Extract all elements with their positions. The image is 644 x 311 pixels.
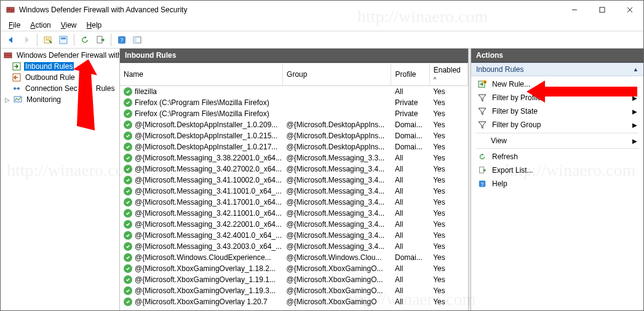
table-row[interactable]: @{Microsoft.XboxGamingOverlay 1.20.7@{Mi… [120,296,468,307]
cell-enabled: Yes [429,296,467,307]
export-button[interactable] [93,33,107,47]
action-help[interactable]: ? Help [474,177,641,191]
cell-profile: All [391,208,429,219]
table-row[interactable]: @{Microsoft.Messaging_3.41.1001.0_x64_..… [120,186,468,197]
tree-connsec-label: Connection Sec [24,84,79,93]
col-name[interactable]: Name [120,63,283,86]
tree-inbound-rules[interactable]: Inbound Rules [1,61,119,72]
menu-help[interactable]: Help [82,20,106,30]
forward-button[interactable] [20,33,33,47]
back-button[interactable] [4,33,18,47]
cell-name: @{Microsoft.Messaging_3.41.17001.0_x64..… [120,197,283,208]
action-export[interactable]: Export List... [474,163,641,177]
actions-section-label: Inbound Rules [476,65,523,74]
connection-security-icon [12,84,22,93]
svg-rect-12 [61,37,66,39]
properties-button[interactable] [41,33,55,47]
actions-section-header[interactable]: Inbound Rules ▲ [471,63,643,76]
filter-button[interactable] [57,33,70,47]
cell-name: @{Microsoft.DesktopAppInstaller_1.0.217.… [120,141,283,152]
cell-name: @{Microsoft.Windows.CloudExperience... [120,252,283,263]
table-row[interactable]: @{Microsoft.XboxGamingOverlay_1.19.1...@… [120,274,468,285]
table-row[interactable]: Firefox (C:\Program Files\Mozilla Firefo… [120,97,468,108]
allow-icon [124,220,132,229]
submenu-arrow-icon: ▶ [632,122,637,128]
cell-name: @{Microsoft.DesktopAppInstaller_1.0.215.… [120,130,283,141]
tree-pane: Windows Defender Firewall with Inbound R… [1,49,120,310]
table-row[interactable]: @{Microsoft.Messaging_3.38.22001.0_x64..… [120,152,468,163]
table-row[interactable]: @{Microsoft.DesktopAppInstaller_1.0.215.… [120,130,468,141]
table-row[interactable]: @{Microsoft.Messaging_3.43.2003.0_x64_..… [120,241,468,252]
action-filter-profile[interactable]: Filter by Profile ▶ [474,91,641,104]
show-hide-pane-button[interactable] [130,33,144,47]
allow-icon [124,120,132,129]
action-filter-group[interactable]: Filter by Group ▶ [474,118,641,132]
allow-icon [124,297,132,306]
help-button[interactable]: ? [115,33,129,47]
cell-profile: All [391,186,429,197]
cell-group [283,108,391,119]
new-rule-icon: ✱ [477,79,487,89]
menu-view[interactable]: View [57,20,81,30]
expand-icon[interactable]: ▷ [4,96,10,103]
cell-name-text: Firefox (C:\Program Files\Mozilla Firefo… [135,109,269,118]
table-row[interactable]: @{Microsoft.DesktopAppInstaller_1.0.217.… [120,141,468,152]
col-profile[interactable]: Profile [391,63,429,86]
cell-name-text: @{Microsoft.XboxGamingOverlay_1.19.3... [135,286,276,295]
allow-icon [124,98,132,107]
cell-name: @{Microsoft.Messaging_3.42.4001.0_x64_..… [120,230,283,241]
cell-profile: All [391,296,429,307]
cell-name: @{Microsoft.Messaging_3.42.11001.0_x64..… [120,208,283,219]
firewall-app-icon [6,5,15,15]
close-button[interactable] [616,1,643,19]
window-controls [560,1,643,19]
action-filter-state[interactable]: Filter by State ▶ [474,104,641,118]
action-new-rule[interactable]: ✱ New Rule... [474,77,641,91]
cell-enabled: Yes [429,274,467,285]
svg-rect-11 [60,36,67,44]
inbound-rules-icon [12,61,22,71]
table-row[interactable]: @{Microsoft.XboxGamingOverlay_1.18.2...@… [120,263,468,274]
tree-connection-security[interactable]: Connection Sec Rules [1,83,119,94]
action-view[interactable]: View ▶ [474,135,641,147]
refresh-button[interactable] [78,33,92,47]
rules-table-wrap[interactable]: Name Group Profile Enabled ^ filezillaAl… [120,63,468,310]
table-row[interactable]: @{Microsoft.Messaging_3.42.11001.0_x64..… [120,208,468,219]
cell-profile: All [391,152,429,163]
table-row[interactable]: @{Microsoft.Messaging_3.40.27002.0_x64..… [120,163,468,175]
col-group[interactable]: Group [283,63,391,86]
tree-outbound-rules[interactable]: Outbound Rule [1,72,119,83]
cell-enabled: Yes [429,208,467,219]
minimize-button[interactable] [560,1,588,19]
tree-root-label: Windows Defender Firewall with [15,51,120,60]
table-row[interactable]: @{Microsoft.Windows.CloudExperience...@{… [120,252,468,263]
rules-table: Name Group Profile Enabled ^ filezillaAl… [120,63,468,307]
table-row[interactable]: @{Microsoft.Messaging_3.42.22001.0_x64..… [120,219,468,230]
table-row[interactable]: filezillaAllYes [120,86,468,98]
table-row[interactable]: @{Microsoft.XboxGamingOverlay_1.19.3...@… [120,285,468,296]
table-row[interactable]: Firefox (C:\Program Files\Mozilla Firefo… [120,108,468,119]
tree-root[interactable]: Windows Defender Firewall with [1,50,119,61]
table-row[interactable]: @{Microsoft.Messaging_3.41.17001.0_x64..… [120,197,468,208]
cell-name: @{Microsoft.Messaging_3.42.22001.0_x64..… [120,219,283,230]
menu-action[interactable]: Action [26,20,55,30]
cell-enabled: Yes [429,86,467,98]
action-refresh[interactable]: Refresh [474,150,641,163]
menu-file[interactable]: File [4,20,25,30]
table-row[interactable]: @{Microsoft.DesktopAppInstaller_1.0.209.… [120,119,468,130]
cell-name: @{Microsoft.DesktopAppInstaller_1.0.209.… [120,119,283,130]
tree-inbound-label: Inbound Rules [24,62,74,71]
table-row[interactable]: @{Microsoft.Messaging_3.42.4001.0_x64_..… [120,230,468,241]
cell-enabled: Yes [429,175,467,186]
toolbar-separator [37,34,38,46]
cell-group: @{Microsoft.XboxGamingO... [283,263,391,274]
allow-icon [124,187,132,195]
cell-name-text: @{Microsoft.DesktopAppInstaller_1.0.209.… [135,120,277,129]
cell-name: filezilla [120,86,283,97]
maximize-button[interactable] [588,1,616,19]
col-enabled[interactable]: Enabled ^ [429,63,467,86]
table-row[interactable]: @{Microsoft.Messaging_3.41.10002.0_x64..… [120,175,468,186]
separator [476,133,638,133]
tree-monitoring[interactable]: ▷ Monitoring [1,94,119,105]
cell-profile: Private [391,108,429,119]
